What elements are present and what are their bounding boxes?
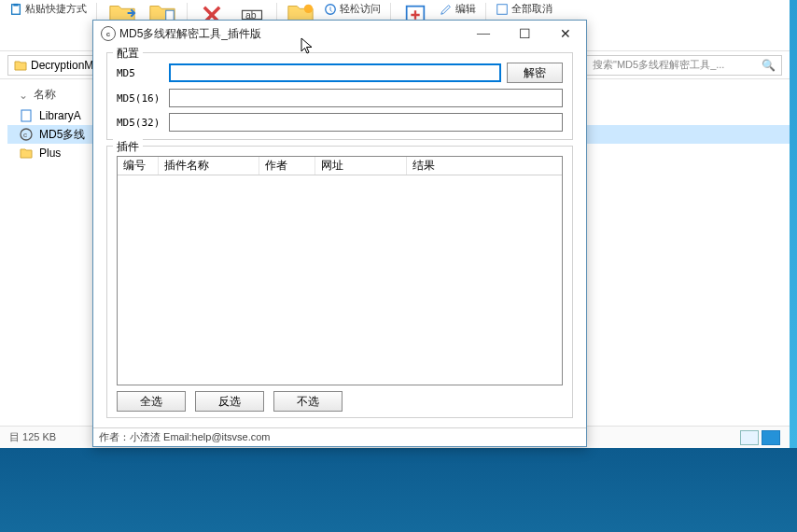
paste-icon — [9, 3, 22, 16]
file-name: Plus — [39, 147, 61, 160]
easy-access-icon — [324, 3, 337, 16]
plugin-group-title: 插件 — [113, 139, 143, 155]
md5-16-input[interactable] — [169, 89, 563, 107]
view-icons-button[interactable] — [762, 430, 780, 445]
paste-shortcut-button[interactable]: 粘贴快捷方式 — [6, 0, 91, 18]
folder-icon — [14, 59, 27, 72]
col-index[interactable]: 编号 — [118, 157, 159, 175]
md5-input[interactable] — [169, 63, 501, 82]
search-placeholder: 搜索"MD5多线程解密工具_... — [593, 58, 724, 72]
paste-shortcut-label: 粘贴快捷方式 — [25, 2, 87, 16]
close-button[interactable]: ✕ — [545, 21, 586, 47]
invert-selection-button[interactable]: 反选 — [195, 391, 264, 412]
md5-32-input[interactable] — [169, 113, 563, 132]
svg-rect-9 — [21, 110, 31, 121]
md5-16-label: MD5(16) — [117, 92, 163, 105]
svg-point-5 — [304, 5, 313, 13]
md5-label: MD5 — [117, 67, 163, 79]
plugin-list[interactable]: 编号 插件名称 作者 网址 结果 — [117, 156, 563, 385]
view-buttons — [740, 430, 780, 445]
folder-icon — [19, 146, 34, 161]
dialog-status-bar: 作者：小渣渣 Email:help@itsvse.com — [93, 427, 586, 446]
config-group: 配置 MD5 解密 MD5(16) MD5(32) — [106, 52, 573, 140]
svg-text:ab: ab — [245, 9, 257, 21]
file-name: MD5多线 — [39, 127, 85, 143]
desktop-side — [790, 0, 797, 448]
select-none-button[interactable]: 全部取消 — [492, 0, 556, 18]
list-header: 编号 插件名称 作者 网址 结果 — [118, 157, 562, 175]
file-name: LibraryA — [39, 109, 81, 122]
window-controls: — ☐ ✕ — [463, 21, 586, 47]
config-group-title: 配置 — [113, 46, 143, 62]
author-text: 作者：小渣渣 Email:help@itsvse.com — [99, 430, 271, 444]
tree-pane — [0, 79, 7, 425]
svg-rect-8 — [497, 4, 508, 14]
col-author[interactable]: 作者 — [259, 157, 315, 175]
search-icon: 🔍 — [762, 59, 776, 72]
file-icon — [19, 108, 34, 123]
dialog-window: c MD5多线程解密工具_插件版 — ☐ ✕ 配置 MD5 解密 MD5(16)… — [92, 20, 587, 447]
window-title: MD5多线程解密工具_插件版 — [119, 26, 463, 42]
select-none-label: 全部取消 — [511, 2, 552, 16]
edit-label: 编辑 — [455, 2, 476, 16]
decrypt-button[interactable]: 解密 — [507, 63, 563, 83]
select-none-button[interactable]: 不选 — [273, 391, 343, 412]
maximize-button[interactable]: ☐ — [504, 21, 545, 47]
svg-rect-1 — [13, 3, 18, 6]
col-plugin-name[interactable]: 插件名称 — [159, 157, 259, 175]
plugin-group: 插件 编号 插件名称 作者 网址 结果 全选 反选 不选 — [106, 146, 573, 418]
select-none-icon — [496, 3, 509, 16]
minimize-button[interactable]: — — [463, 21, 504, 47]
col-url[interactable]: 网址 — [315, 157, 407, 175]
edit-icon — [440, 3, 453, 16]
column-name-header[interactable]: 名称 — [34, 87, 56, 103]
app-icon: c — [101, 26, 116, 41]
col-result[interactable]: 结果 — [407, 157, 547, 175]
status-text: 目 125 KB — [9, 430, 56, 444]
title-bar[interactable]: c MD5多线程解密工具_插件版 — ☐ ✕ — [93, 21, 586, 47]
selection-buttons: 全选 反选 不选 — [117, 391, 563, 412]
select-all-button[interactable]: 全选 — [117, 391, 186, 412]
dialog-body: 配置 MD5 解密 MD5(16) MD5(32) 插件 编号 插件名称 — [93, 47, 586, 427]
edit-button[interactable]: 编辑 — [436, 0, 480, 18]
easy-access-label: 轻松访问 — [340, 2, 381, 16]
svg-text:c: c — [23, 131, 27, 139]
desktop-background — [0, 448, 797, 532]
md5-32-label: MD5(32) — [117, 117, 163, 129]
search-box[interactable]: 搜索"MD5多线程解密工具_... 🔍 — [586, 55, 782, 76]
tree-chevron-icon[interactable]: ⌄ — [19, 89, 28, 102]
view-details-button[interactable] — [740, 430, 759, 445]
app-icon: c — [19, 127, 34, 142]
easy-access-button[interactable]: 轻松访问 — [320, 0, 385, 18]
